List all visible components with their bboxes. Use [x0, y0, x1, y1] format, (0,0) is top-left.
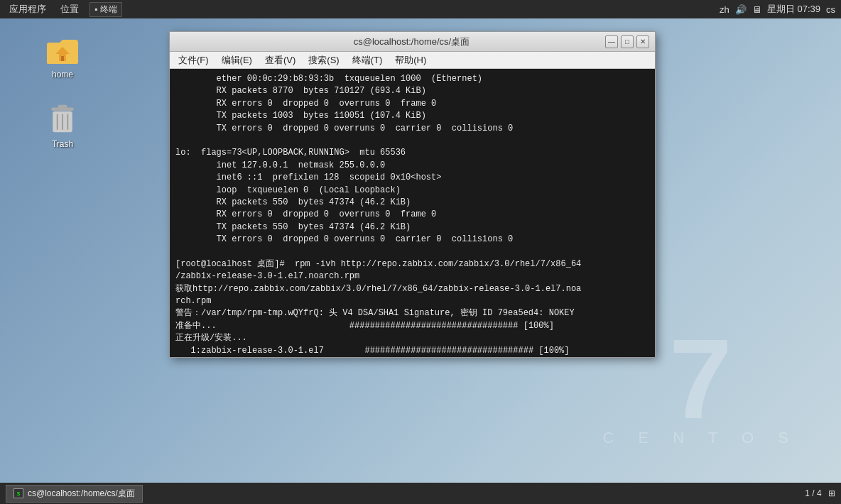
taskbar-pager: 1 / 4 ⊞ — [805, 488, 835, 498]
trash-image — [45, 102, 80, 136]
menu-edit[interactable]: 编辑(E) — [216, 53, 258, 68]
sound-icon[interactable]: 🔊 — [735, 4, 747, 15]
home-folder-icon[interactable]: home — [34, 30, 91, 82]
svg-rect-4 — [61, 56, 64, 61]
language-indicator: zh — [720, 4, 729, 15]
terminal-output[interactable]: ether 00:0c:29:b8:93:3b txqueuelen 1000 … — [170, 69, 655, 357]
taskbar-items: $ cs@localhost:/home/cs/桌面 — [6, 485, 143, 503]
folder-image — [45, 33, 80, 67]
pager-icon: ⊞ — [828, 488, 835, 498]
window-controls: — □ ✕ — [605, 35, 649, 48]
top-panel: 应用程序 位置 ▪ 终端 zh 🔊 🖥 星期日 07:39 cs — [0, 0, 841, 18]
taskbar-terminal-item[interactable]: $ cs@localhost:/home/cs/桌面 — [6, 485, 143, 503]
menu-help[interactable]: 帮助(H) — [389, 53, 432, 68]
home-label: home — [52, 70, 73, 80]
datetime: 星期日 07:39 — [767, 3, 820, 16]
menu-search[interactable]: 搜索(S) — [303, 53, 344, 68]
desktop: 应用程序 位置 ▪ 终端 zh 🔊 🖥 星期日 07:39 cs 7 C E N… — [0, 0, 841, 504]
places-menu[interactable]: 位置 — [57, 1, 82, 17]
taskbar: $ cs@localhost:/home/cs/桌面 1 / 4 ⊞ — [0, 483, 841, 504]
terminal-menu[interactable]: ▪ 终端 — [89, 2, 122, 17]
menu-view[interactable]: 查看(V) — [259, 53, 301, 68]
minimize-button[interactable]: — — [605, 35, 618, 48]
trash-icon[interactable]: Trash — [34, 99, 91, 152]
menu-file[interactable]: 文件(F) — [173, 53, 215, 68]
menu-terminal[interactable]: 终端(T) — [347, 53, 389, 68]
window-title: cs@localhost:/home/cs/桌面 — [218, 35, 605, 48]
screen-icon[interactable]: 🖥 — [752, 4, 761, 15]
menu-bar: 文件(F) 编辑(E) 查看(V) 搜索(S) 终端(T) 帮助(H) — [170, 52, 655, 69]
maximize-button[interactable]: □ — [621, 35, 634, 48]
taskbar-window-title: cs@localhost:/home/cs/桌面 — [28, 488, 135, 500]
app-menu[interactable]: 应用程序 — [6, 1, 50, 17]
title-bar: cs@localhost:/home/cs/桌面 — □ ✕ — [170, 32, 655, 52]
pager-text: 1 / 4 — [805, 488, 821, 498]
terminal-window: cs@localhost:/home/cs/桌面 — □ ✕ 文件(F) 编辑(… — [169, 31, 656, 358]
centos-label: C E N T O S — [603, 429, 798, 447]
taskbar-terminal-icon: $ — [13, 488, 23, 498]
trash-label: Trash — [52, 139, 73, 149]
terminal-menu-label: 终端 — [100, 4, 117, 14]
close-button[interactable]: ✕ — [636, 35, 649, 48]
svg-rect-6 — [58, 105, 67, 109]
terminal-icon-small: ▪ — [94, 4, 97, 14]
user-cs: cs — [826, 4, 835, 15]
